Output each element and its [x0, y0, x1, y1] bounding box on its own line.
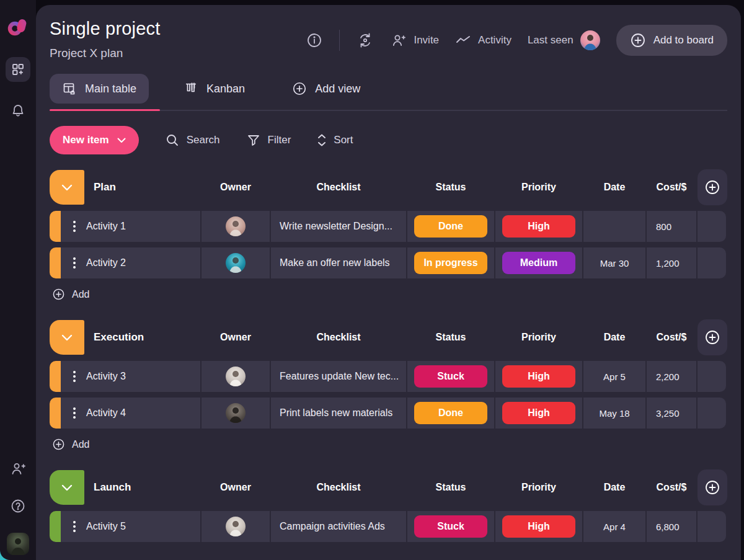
checklist-cell[interactable]: Print labels new materials: [271, 398, 406, 429]
column-header-checklist[interactable]: Checklist: [271, 482, 406, 493]
column-header-date[interactable]: Date: [583, 332, 645, 343]
column-header-cost[interactable]: Cost/$: [647, 482, 696, 493]
column-header-status[interactable]: Status: [407, 482, 494, 493]
table-home-icon: [62, 81, 77, 96]
tab-add-view[interactable]: Add view: [280, 74, 373, 104]
tab-main-table[interactable]: Main table: [50, 74, 149, 104]
column-header-priority[interactable]: Priority: [495, 482, 582, 493]
checklist-cell[interactable]: Campaign activities Ads: [271, 511, 406, 542]
add-column-button[interactable]: [698, 169, 727, 205]
column-header-checklist[interactable]: Checklist: [271, 182, 406, 193]
column-header-cost[interactable]: Cost/$: [647, 182, 696, 193]
cost-cell[interactable]: 6,800: [647, 511, 696, 542]
help-button[interactable]: [10, 498, 26, 514]
date-cell[interactable]: Apr 5: [583, 361, 645, 392]
collapse-group-button[interactable]: [50, 470, 84, 505]
column-header-status[interactable]: Status: [407, 182, 494, 193]
checklist-cell[interactable]: Write newsletter Design...: [271, 211, 406, 242]
add-to-board-button[interactable]: Add to board: [616, 25, 727, 56]
row-menu-icon[interactable]: [73, 521, 76, 532]
owner-cell[interactable]: [202, 361, 270, 392]
status-badge[interactable]: Done: [414, 215, 487, 238]
row-menu-icon[interactable]: [73, 221, 76, 232]
owner-cell[interactable]: [202, 247, 270, 278]
user-avatar[interactable]: [7, 533, 29, 555]
priority-badge[interactable]: High: [502, 515, 575, 538]
status-badge[interactable]: In progress: [414, 252, 487, 274]
group-name[interactable]: Plan: [94, 181, 116, 193]
item-name[interactable]: Activity 2: [86, 257, 126, 269]
owner-cell[interactable]: [202, 398, 270, 429]
search-button[interactable]: Search: [165, 133, 220, 148]
row-menu-icon[interactable]: [73, 257, 76, 269]
table-row[interactable]: Activity 4 Print labels new materials Do…: [50, 398, 727, 429]
date-cell[interactable]: May 18: [583, 398, 645, 429]
table-row[interactable]: Activity 2 Make an offer new labels In p…: [50, 247, 727, 278]
sync-button[interactable]: [356, 31, 374, 50]
activity-button[interactable]: Activity: [455, 32, 512, 48]
invite-sidebar-button[interactable]: [10, 461, 26, 477]
cost-cell[interactable]: 1,200: [647, 247, 696, 278]
group-name[interactable]: Launch: [94, 481, 131, 494]
tab-kanban[interactable]: Kanban: [171, 74, 257, 104]
column-header-cost[interactable]: Cost/$: [647, 332, 696, 343]
item-name[interactable]: Activity 5: [86, 521, 126, 532]
app-logo[interactable]: [7, 16, 29, 38]
column-header-date[interactable]: Date: [583, 182, 645, 193]
collapse-group-button[interactable]: [50, 320, 84, 355]
column-header-owner[interactable]: Owner: [202, 332, 270, 343]
date-cell[interactable]: Apr 4: [583, 511, 645, 542]
group-plan: Plan Owner Checklist Status Priority Dat…: [50, 169, 727, 301]
row-color-strip: [50, 247, 61, 278]
checklist-cell[interactable]: Features update New tec...: [271, 361, 406, 392]
item-name[interactable]: Activity 4: [86, 407, 126, 419]
cost-cell[interactable]: 2,200: [647, 361, 696, 392]
invite-button[interactable]: Invite: [391, 32, 439, 48]
owner-avatar: [226, 517, 246, 536]
status-badge[interactable]: Stuck: [414, 515, 487, 538]
owner-cell[interactable]: [202, 511, 270, 542]
collapse-group-button[interactable]: [50, 170, 84, 205]
column-header-owner[interactable]: Owner: [202, 182, 270, 193]
cost-cell[interactable]: 800: [647, 211, 696, 242]
row-menu-icon[interactable]: [73, 371, 76, 382]
priority-badge[interactable]: Medium: [502, 252, 575, 274]
add-item-button[interactable]: Add: [52, 438, 89, 451]
table-row[interactable]: Activity 1 Write newsletter Design... Do…: [50, 211, 727, 242]
table-row[interactable]: Activity 5 Campaign activities Ads Stuck: [50, 511, 727, 542]
boards-button[interactable]: [6, 57, 30, 82]
date-cell[interactable]: Mar 30: [583, 247, 645, 278]
add-item-button[interactable]: Add: [52, 288, 89, 301]
cost-cell[interactable]: 3,250: [647, 398, 696, 429]
checklist-cell[interactable]: Make an offer new labels: [271, 247, 406, 278]
group-name[interactable]: Execution: [94, 331, 144, 344]
date-cell[interactable]: [583, 211, 645, 242]
column-header-date[interactable]: Date: [583, 482, 645, 493]
owner-avatar: [226, 216, 246, 236]
item-name[interactable]: Activity 1: [86, 221, 126, 232]
info-button[interactable]: [306, 32, 323, 49]
item-name[interactable]: Activity 3: [86, 371, 126, 382]
add-column-button[interactable]: [698, 319, 727, 355]
column-header-status[interactable]: Status: [407, 332, 494, 343]
status-badge[interactable]: Stuck: [414, 365, 487, 388]
column-header-checklist[interactable]: Checklist: [271, 332, 406, 343]
column-header-owner[interactable]: Owner: [202, 482, 270, 493]
status-cell: In progress: [407, 247, 494, 278]
new-item-button[interactable]: New item: [50, 126, 139, 154]
sort-button[interactable]: Sort: [317, 133, 353, 147]
column-header-priority[interactable]: Priority: [495, 332, 582, 343]
group-header: Plan Owner Checklist Status Priority Dat…: [50, 169, 727, 205]
column-header-priority[interactable]: Priority: [495, 182, 582, 193]
priority-badge[interactable]: High: [502, 215, 575, 238]
priority-badge[interactable]: High: [502, 365, 575, 388]
status-badge[interactable]: Done: [414, 402, 487, 424]
owner-cell[interactable]: [202, 211, 270, 242]
last-seen[interactable]: Last seen: [528, 30, 600, 50]
table-row[interactable]: Activity 3 Features update New tec... St…: [50, 361, 727, 392]
add-column-button[interactable]: [698, 469, 727, 505]
row-menu-icon[interactable]: [73, 407, 76, 419]
filter-button[interactable]: Filter: [246, 133, 291, 148]
notifications-button[interactable]: [11, 103, 25, 118]
priority-badge[interactable]: High: [502, 402, 575, 424]
